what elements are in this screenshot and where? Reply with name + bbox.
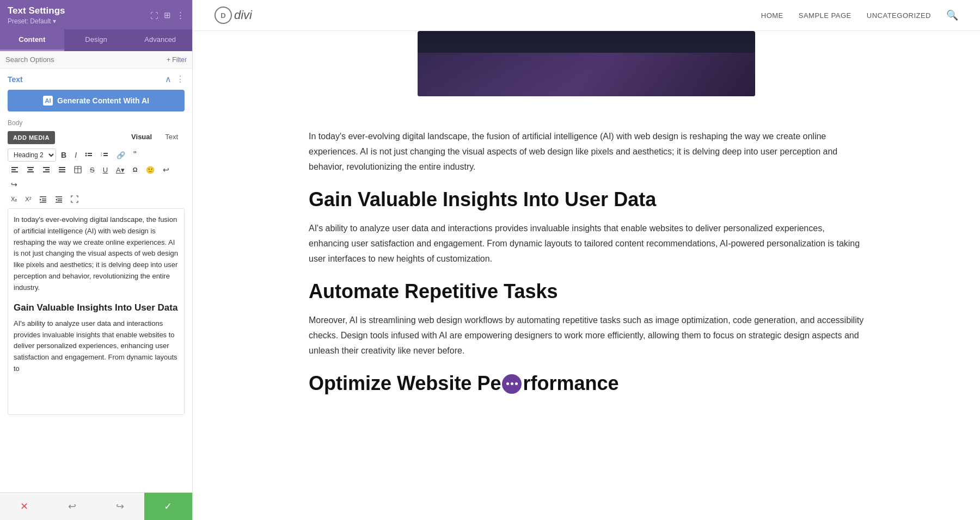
- section-more-icon[interactable]: ⋮: [176, 74, 185, 84]
- section-header: Text ∧ ⋮: [8, 74, 185, 84]
- bold-button[interactable]: B: [58, 148, 70, 162]
- ordered-list-button[interactable]: 1.2.: [97, 149, 112, 161]
- redo-button[interactable]: ↪: [96, 493, 144, 520]
- tab-text[interactable]: Text: [158, 130, 185, 145]
- table-button[interactable]: [71, 164, 85, 176]
- collapse-icon[interactable]: ∧: [165, 74, 171, 84]
- svg-rect-26: [42, 200, 46, 201]
- svg-rect-16: [43, 171, 50, 172]
- underline-button[interactable]: U: [100, 164, 111, 176]
- svg-marker-24: [40, 199, 41, 201]
- link-button[interactable]: 🔗: [113, 149, 128, 162]
- search-bar: + Filter: [0, 51, 192, 69]
- nav-home[interactable]: HOME: [761, 11, 783, 20]
- media-toolbar-row: ADD MEDIA Visual Text: [8, 130, 185, 145]
- panel-tabs: Content Design Advanced: [0, 29, 192, 51]
- italic-button[interactable]: I: [71, 148, 80, 162]
- tab-visual[interactable]: Visual: [125, 130, 158, 145]
- emoji-button[interactable]: 🙂: [143, 164, 158, 176]
- subscript-button[interactable]: X₂: [8, 194, 20, 205]
- quote-button[interactable]: ": [130, 148, 140, 162]
- tab-content[interactable]: Content: [0, 29, 64, 51]
- svg-rect-32: [56, 202, 62, 203]
- cancel-button[interactable]: ✕: [0, 493, 48, 520]
- body-label: Body: [8, 119, 185, 127]
- svg-rect-28: [56, 196, 62, 197]
- site-logo: D divi: [215, 7, 252, 24]
- ai-generate-button[interactable]: AI Generate Content With AI: [8, 90, 185, 112]
- strikethrough-button[interactable]: S: [87, 164, 98, 176]
- formatting-toolbar-row2: S U A▾ Ω 🙂 ↩ ↪: [8, 163, 185, 191]
- unordered-list-button[interactable]: [82, 149, 96, 161]
- search-icon[interactable]: 🔍: [946, 9, 958, 21]
- align-right-button[interactable]: [39, 164, 53, 176]
- purple-bubble-icon: [502, 374, 522, 394]
- columns-icon[interactable]: ⊞: [164, 10, 171, 20]
- svg-rect-7: [103, 155, 108, 156]
- tab-advanced[interactable]: Advanced: [128, 29, 192, 51]
- svg-text:2.: 2.: [101, 154, 102, 157]
- svg-rect-25: [42, 199, 46, 200]
- align-left-button[interactable]: [8, 164, 22, 176]
- svg-rect-15: [45, 169, 50, 170]
- fullscreen-icon[interactable]: ⛶: [150, 11, 158, 20]
- tab-design[interactable]: Design: [64, 29, 128, 51]
- article-heading-1: Gain Valuable Insights Into User Data: [309, 188, 864, 211]
- confirm-button[interactable]: ✓: [144, 493, 192, 520]
- editor-paragraph-1: In today's ever-evolving digital landsca…: [14, 214, 179, 294]
- visual-text-tabs: Visual Text: [125, 130, 185, 145]
- ai-button-label: Generate Content With AI: [57, 96, 149, 105]
- article-heading-2: Automate Repetitive Tasks: [309, 280, 864, 303]
- redo-editor-button[interactable]: ↪: [8, 178, 21, 191]
- left-panel: Text Settings Preset: Default ▾ ⛶ ⊞ ⋮ Co…: [0, 0, 193, 520]
- article-body: In today's ever-evolving digital landsca…: [309, 118, 864, 416]
- site-header: D divi HOME SAMPLE PAGE UNCATEGORIZED 🔍: [193, 0, 980, 31]
- svg-rect-14: [43, 167, 50, 168]
- svg-rect-31: [58, 200, 62, 201]
- align-center-button[interactable]: [23, 164, 38, 176]
- hero-image: [418, 31, 755, 96]
- hero-image-container: [309, 31, 864, 96]
- logo-d-letter: D: [220, 11, 225, 20]
- indent-button[interactable]: [36, 193, 50, 205]
- section-title: Text: [8, 75, 23, 84]
- more-options-icon[interactable]: ⋮: [176, 10, 185, 20]
- undo-editor-button[interactable]: ↩: [160, 163, 173, 176]
- svg-rect-5: [103, 153, 108, 154]
- ai-icon: AI: [43, 96, 53, 106]
- svg-rect-13: [27, 171, 34, 172]
- heading3-text-2: rformance: [523, 372, 618, 394]
- hero-image-inner: [418, 53, 755, 96]
- justify-button[interactable]: [55, 164, 69, 176]
- svg-rect-30: [58, 199, 62, 200]
- article-paragraph-1: In today's ever-evolving digital landsca…: [309, 129, 864, 175]
- svg-point-0: [85, 153, 87, 154]
- undo-button[interactable]: ↩: [48, 493, 96, 520]
- logo-circle: D: [215, 7, 232, 24]
- fullscreen-editor-button[interactable]: [68, 193, 82, 205]
- svg-rect-1: [88, 153, 92, 154]
- editor-heading-1: Gain Valuable Insights Into User Data: [14, 300, 179, 315]
- heading3-text-1: Optimize Website Pe: [309, 372, 501, 394]
- text-color-button[interactable]: A▾: [113, 164, 128, 176]
- heading-select[interactable]: Heading 2: [8, 148, 56, 162]
- superscript-button[interactable]: X²: [22, 194, 34, 205]
- panel-preset[interactable]: Preset: Default ▾: [8, 17, 65, 25]
- nav-uncategorized[interactable]: UNCATEGORIZED: [867, 11, 931, 20]
- article-paragraph-2: AI's ability to analyze user data and in…: [309, 221, 864, 267]
- panel-header-icons: ⛶ ⊞ ⋮: [150, 10, 185, 20]
- panel-section: Text ∧ ⋮ AI Generate Content With AI Bod…: [0, 69, 192, 492]
- filter-button[interactable]: + Filter: [167, 56, 187, 64]
- add-media-button[interactable]: ADD MEDIA: [8, 131, 55, 144]
- svg-rect-10: [11, 171, 18, 172]
- article-heading-3: Optimize Website Performance: [309, 372, 864, 395]
- logo-text: divi: [234, 8, 252, 22]
- nav-sample-page[interactable]: SAMPLE PAGE: [799, 11, 852, 20]
- svg-rect-23: [40, 196, 46, 197]
- outdent-button[interactable]: [52, 193, 66, 205]
- svg-rect-8: [11, 167, 18, 168]
- search-input[interactable]: [5, 55, 167, 64]
- svg-rect-17: [59, 167, 65, 168]
- editor-content[interactable]: In today's ever-evolving digital landsca…: [8, 208, 185, 415]
- special-chars-button[interactable]: Ω: [130, 164, 141, 175]
